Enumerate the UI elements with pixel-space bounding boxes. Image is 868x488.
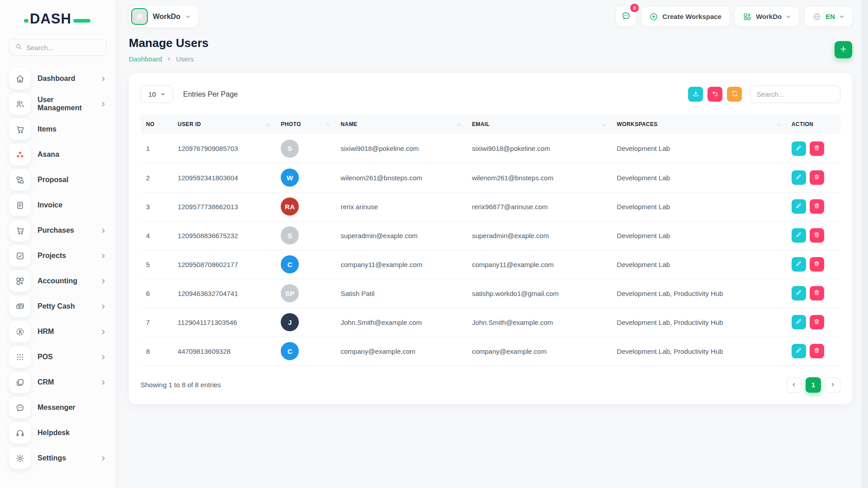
reset-button[interactable]: [708, 87, 722, 102]
workspaces-cell: Development Lab: [611, 163, 786, 192]
sort-icon: ↑↓: [457, 122, 460, 127]
table-row: 2 1209592341803604 W wilenom261@bnsteps.…: [141, 163, 840, 192]
gear-icon: [9, 447, 31, 469]
current-page-button[interactable]: 1: [806, 377, 821, 393]
name-cell: sixiwi9018@pokeline.com: [335, 134, 467, 163]
sidebar-search-input[interactable]: [26, 44, 100, 52]
delete-user-button[interactable]: [810, 170, 824, 185]
sidebar-item-dashboard[interactable]: Dashboard: [9, 68, 106, 89]
invoice-icon: [9, 194, 31, 216]
users-table: NOUSER ID↑↓PHOTO↑↓NAME↑↓EMAIL↑↓WORKSPACE…: [141, 114, 840, 366]
logo-dot: [24, 19, 28, 23]
table-row: 4 1209508836675232 S superadmin@exaple.c…: [141, 221, 840, 250]
avatar: RA: [281, 197, 299, 216]
workspaces-cell: Development Lab, Productivity Hub: [611, 279, 786, 308]
email-cell: rerix96877@arinuse.com: [467, 192, 611, 221]
pencil-icon: [795, 174, 802, 182]
top-header-bar: WorkDo 0 Create Workspace WorkDo: [129, 0, 852, 27]
edit-user-button[interactable]: [792, 315, 806, 329]
sidebar-item-asana[interactable]: Asana: [9, 144, 106, 165]
email-cell: company@example.com: [467, 337, 611, 366]
search-icon: [15, 43, 22, 52]
sidebar-item-pos[interactable]: POS: [9, 346, 106, 368]
avatar: W: [281, 169, 299, 187]
sidebar-item-petty-cash[interactable]: Petty Cash: [9, 296, 106, 317]
workspace-switcher-button[interactable]: WorkDo: [129, 6, 198, 27]
avatar: S: [281, 140, 299, 158]
edit-user-button[interactable]: [792, 228, 806, 243]
edit-user-button[interactable]: [792, 344, 806, 358]
workdo-menu-button[interactable]: WorkDo: [735, 7, 799, 26]
sidebar-item-hrm[interactable]: HRM: [9, 321, 106, 343]
sort-icon: ↑↓: [777, 122, 780, 127]
user-id-cell: 1209577738662013: [172, 192, 275, 221]
column-header-name[interactable]: NAME↑↓: [335, 114, 467, 134]
header-actions: 0 Create Workspace WorkDo EN: [616, 7, 852, 26]
delete-user-button[interactable]: [810, 141, 824, 156]
delete-user-button[interactable]: [810, 344, 824, 358]
workspaces-cell: Development Lab: [611, 250, 786, 279]
pencil-icon: [795, 260, 802, 268]
delete-user-button[interactable]: [810, 228, 824, 243]
user-id-cell: 1209508836675232: [172, 221, 275, 250]
sidebar-item-accounting[interactable]: Accounting: [9, 270, 106, 292]
delete-user-button[interactable]: [810, 199, 824, 214]
pencil-icon: [795, 145, 802, 153]
delete-user-button[interactable]: [810, 286, 824, 300]
previous-page-button[interactable]: ‹: [786, 377, 802, 393]
app-logo[interactable]: DASH: [30, 11, 98, 30]
sidebar-item-projects[interactable]: Projects: [9, 245, 106, 267]
column-header-photo[interactable]: PHOTO↑↓: [275, 114, 335, 134]
sidebar-item-items[interactable]: Items: [9, 118, 106, 140]
column-header-workspaces[interactable]: WORKSPACES↑↓: [611, 114, 786, 134]
edit-user-button[interactable]: [792, 170, 806, 185]
column-header-email[interactable]: EMAIL↑↓: [467, 114, 611, 134]
sidebar-item-helpdesk[interactable]: Helpdesk: [9, 422, 106, 444]
chevron-right-icon: [100, 278, 106, 284]
sidebar-item-crm[interactable]: CRM: [9, 371, 106, 393]
headset-icon: [9, 422, 31, 444]
sidebar-item-invoice[interactable]: Invoice: [9, 194, 106, 216]
breadcrumb-current: Users: [176, 55, 193, 63]
download-icon: [692, 90, 699, 99]
pencil-icon: [795, 347, 802, 355]
edit-user-button[interactable]: [792, 199, 806, 214]
breadcrumb-dashboard-link[interactable]: Dashboard: [129, 55, 162, 63]
sidebar-item-proposal[interactable]: Proposal: [9, 169, 106, 191]
sidebar-item-user-management[interactable]: User Management: [9, 93, 106, 115]
add-user-button[interactable]: [835, 41, 852, 58]
column-header-user-id[interactable]: USER ID↑↓: [172, 114, 275, 134]
edit-user-button[interactable]: [792, 286, 806, 300]
action-cell: [786, 279, 840, 308]
language-selector[interactable]: EN: [805, 7, 852, 26]
row-number-cell: 6: [141, 279, 172, 308]
user-id-cell: 1209767909085703: [172, 134, 275, 163]
create-workspace-button[interactable]: Create Workspace: [642, 7, 729, 26]
row-number-cell: 1: [141, 134, 172, 163]
table-search-input[interactable]: [750, 85, 840, 103]
email-cell: sixiwi9018@pokeline.com: [467, 134, 611, 163]
sidebar-item-purchases[interactable]: Purchases: [9, 220, 106, 241]
logo-text: DASH: [30, 11, 71, 27]
pagination: ‹ 1 ›: [786, 377, 840, 393]
edit-user-button[interactable]: [792, 141, 806, 156]
sidebar-item-messenger[interactable]: Messenger: [9, 397, 106, 418]
table-row: 8 44709813609328 C company@example.com c…: [141, 337, 840, 366]
row-number-cell: 5: [141, 250, 172, 279]
export-button[interactable]: [688, 87, 703, 102]
refresh-button[interactable]: [727, 87, 742, 102]
delete-user-button[interactable]: [810, 315, 824, 329]
page-scrollbar[interactable]: [861, 0, 868, 488]
logo-dash: [73, 19, 90, 23]
entries-per-page-select[interactable]: 10: [141, 85, 173, 103]
trash-icon: [813, 202, 820, 211]
name-cell: Satish Patil: [335, 279, 467, 308]
sidebar-item-settings[interactable]: Settings: [9, 447, 106, 469]
next-page-button[interactable]: ›: [825, 377, 840, 393]
action-cell: [786, 250, 840, 279]
messages-button[interactable]: 0: [616, 7, 636, 26]
email-cell: John.Smith@example.com: [467, 308, 611, 337]
delete-user-button[interactable]: [810, 257, 824, 272]
edit-user-button[interactable]: [792, 257, 806, 272]
chevron-right-icon: [100, 329, 106, 335]
